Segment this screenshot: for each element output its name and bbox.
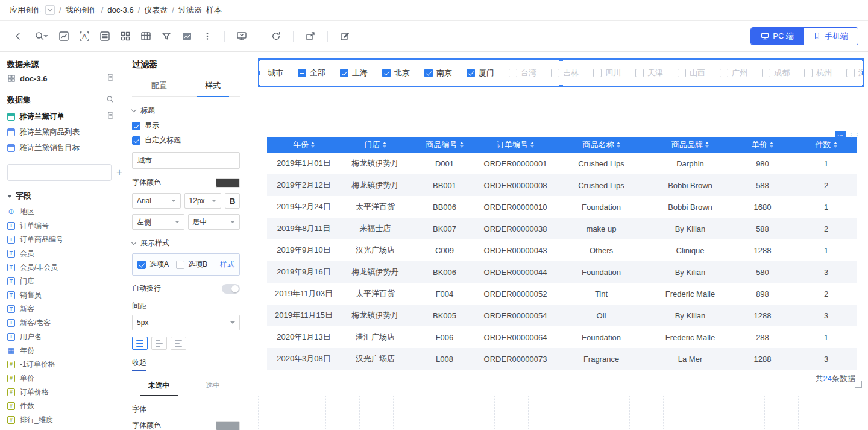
edit-share-icon[interactable] — [336, 28, 353, 45]
checkbox[interactable] — [340, 69, 348, 77]
font-color-swatch[interactable] — [216, 178, 240, 188]
pc-view-button[interactable]: PC 端 — [751, 28, 804, 45]
document-icon[interactable] — [107, 74, 115, 83]
field-search-input[interactable] — [7, 164, 112, 181]
field-item-text[interactable]: T会员 — [7, 247, 115, 261]
field-item-number[interactable]: #-1订单价格 — [7, 358, 115, 372]
image-icon[interactable] — [178, 28, 195, 45]
zoom-icon[interactable] — [30, 28, 52, 45]
resize-handle[interactable] — [258, 58, 260, 61]
font-size-select[interactable]: 12px — [184, 193, 222, 209]
checkbox[interactable] — [720, 69, 728, 77]
order-table-widget[interactable]: ⋯ ⋮⋮ 年份门店商品编号订单编号商品名称商品品牌单价件数 2019年1月01日… — [267, 137, 857, 384]
filter-option[interactable]: 厦门 — [467, 68, 494, 78]
checkbox[interactable] — [678, 69, 686, 77]
open-export-icon[interactable] — [302, 28, 319, 45]
option-b-checkbox[interactable] — [176, 261, 184, 269]
filter-option[interactable]: 北京 — [382, 68, 410, 78]
resize-handle[interactable] — [862, 85, 864, 87]
field-item-text[interactable]: T门店 — [7, 274, 115, 288]
display-section-header[interactable]: 展示样式 — [132, 238, 240, 248]
sort-icon[interactable] — [383, 142, 386, 148]
column-header[interactable]: 商品名称 — [552, 137, 651, 153]
checkbox[interactable] — [635, 69, 644, 77]
field-item-number[interactable]: #订单价格 — [7, 385, 115, 399]
column-header[interactable]: 订单编号 — [479, 137, 552, 153]
table-row[interactable]: 2020年1月13日港汇广场店F006ORDER00000064Foundati… — [267, 326, 857, 348]
sort-icon[interactable] — [617, 142, 620, 148]
filter-icon[interactable] — [158, 28, 175, 45]
breadcrumb-item[interactable]: 仪表盘 — [144, 5, 168, 16]
app-menu-dropdown[interactable] — [45, 5, 55, 15]
search-icon[interactable] — [106, 95, 115, 106]
tab-style[interactable]: 样式 — [186, 76, 241, 96]
chart-icon[interactable] — [55, 28, 72, 45]
resize-handle[interactable] — [862, 58, 864, 61]
table-row[interactable]: 2019年2月12日梅龙镇伊势丹BB001ORDER00000008Crushe… — [267, 174, 857, 196]
table-row[interactable]: 2019年1月01日梅龙镇伊势丹D001ORDER00000001Crushed… — [267, 153, 857, 174]
title-section-header[interactable]: 标题 — [132, 106, 240, 116]
refresh-icon[interactable] — [268, 28, 285, 45]
table-row[interactable]: 2019年11月15日梅龙镇伊势丹BK005ORDER00000054OilBy… — [267, 305, 857, 326]
sort-icon[interactable] — [311, 142, 315, 148]
style-link[interactable]: 样式 — [220, 259, 234, 270]
field-item-text[interactable]: T用户名 — [7, 330, 115, 344]
custom-title-checkbox[interactable] — [132, 136, 140, 145]
text-icon[interactable]: A — [76, 28, 93, 45]
resize-handle[interactable] — [258, 71, 260, 75]
field-item-text[interactable]: T新客 — [7, 302, 115, 316]
breadcrumb-item[interactable]: 过滤器_样本 — [178, 5, 222, 16]
tab-config[interactable]: 配置 — [132, 76, 186, 96]
breadcrumb-app-menu[interactable]: 应用创作 — [10, 5, 41, 16]
column-header[interactable]: 单价 — [729, 137, 796, 153]
option-a-checkbox[interactable] — [137, 261, 146, 269]
mobile-view-button[interactable]: 手机端 — [804, 28, 858, 45]
field-item-number[interactable]: #单价 — [7, 372, 115, 385]
collapse-link[interactable]: 收起 — [132, 358, 146, 371]
back-icon[interactable] — [10, 28, 27, 45]
checkbox[interactable] — [298, 69, 306, 77]
table-row[interactable]: 2020年3月08日汉光广场店L008ORDER00000073Fragranc… — [267, 348, 857, 370]
checkbox[interactable] — [467, 69, 475, 77]
table-row[interactable]: 2019年2月24日太平洋百货BB006ORDER00000010Foundat… — [267, 196, 857, 218]
filter-option[interactable]: 山西 — [678, 68, 705, 78]
checkbox[interactable] — [846, 69, 855, 77]
more-dots-icon[interactable] — [199, 28, 216, 45]
spacing-select[interactable]: 5px — [132, 315, 240, 330]
column-header[interactable]: 商品编号 — [410, 137, 479, 153]
widget-icon[interactable] — [117, 28, 134, 45]
filter-option[interactable]: 台湾 — [509, 68, 536, 78]
sort-icon[interactable] — [530, 142, 534, 148]
field-item-text[interactable]: T订单商品编号 — [7, 233, 115, 247]
dataset-item[interactable]: 雅诗兰黛销售目标 — [7, 140, 115, 156]
show-checkbox[interactable] — [132, 122, 140, 130]
breadcrumb-item[interactable]: doc-3.6 — [107, 5, 133, 14]
dataset-item[interactable]: 雅诗兰黛商品列表 — [7, 124, 115, 140]
city-filter-widget[interactable]: 城市 全部上海北京南京厦门台湾吉林四川天津山西广州成都杭州深圳苏州西藏辽宁 — [258, 58, 864, 87]
resize-handle[interactable] — [862, 71, 864, 75]
checkbox[interactable] — [804, 69, 813, 77]
field-item-text[interactable]: T订单编号 — [7, 219, 115, 233]
filter-option[interactable]: 全部 — [298, 68, 326, 78]
preview-monitor-icon[interactable] — [233, 28, 250, 45]
tab-selected-state[interactable]: 选中 — [186, 377, 241, 396]
font-color-swatch[interactable] — [216, 421, 240, 430]
filter-option[interactable]: 四川 — [593, 68, 621, 78]
resize-handle[interactable] — [258, 85, 260, 87]
document-icon[interactable] — [107, 112, 115, 121]
column-header[interactable]: 年份 — [267, 137, 341, 153]
field-item-number[interactable]: #排行_维度 — [7, 413, 115, 427]
resize-handle[interactable] — [559, 85, 563, 87]
checkbox[interactable] — [509, 69, 517, 77]
column-header[interactable]: 门店 — [341, 137, 410, 153]
filter-option[interactable]: 杭州 — [804, 68, 832, 78]
v-align-select[interactable]: 居中 — [188, 214, 241, 230]
widget-drag-dots-icon[interactable]: ⋮⋮ — [848, 133, 860, 139]
checkbox[interactable] — [551, 69, 559, 77]
custom-title-input[interactable] — [132, 152, 240, 169]
bold-button[interactable]: B — [225, 193, 240, 209]
h-align-select[interactable]: 左侧 — [132, 214, 184, 230]
field-item-text[interactable]: T销售员 — [7, 288, 115, 302]
sort-icon[interactable] — [770, 142, 773, 148]
field-item-text[interactable]: T会员/非会员 — [7, 261, 115, 274]
